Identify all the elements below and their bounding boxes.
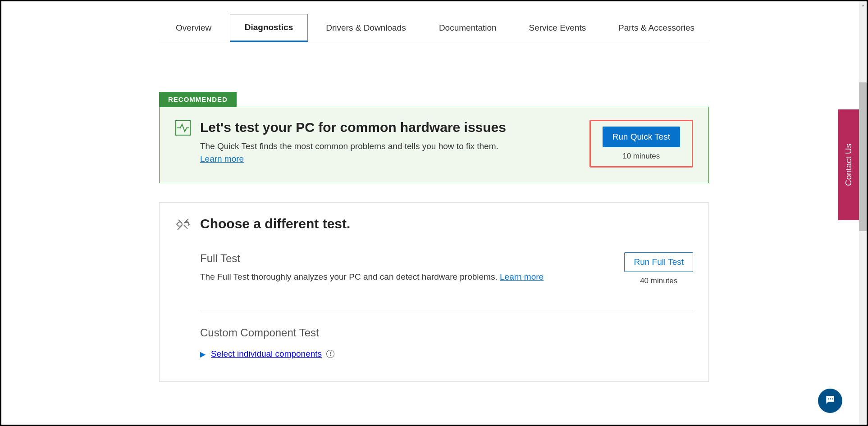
recommended-title: Let's test your PC for common hardware i…	[200, 120, 589, 135]
full-test-name: Full Test	[200, 252, 606, 265]
custom-test-row: Custom Component Test ▶ Select individua…	[200, 326, 693, 359]
select-components-row: ▶ Select individual components !	[200, 349, 693, 359]
tab-overview[interactable]: Overview	[161, 14, 226, 42]
recommended-description: The Quick Test finds the most common pro…	[200, 141, 589, 151]
content-area: RECOMMENDED Let's test your PC for commo…	[159, 42, 709, 382]
recommended-body: Let's test your PC for common hardware i…	[200, 120, 589, 164]
alternate-title: Choose a different test.	[200, 216, 350, 231]
activity-icon	[175, 120, 191, 138]
tab-parts-accessories[interactable]: Parts & Accessories	[604, 14, 709, 42]
tab-diagnostics[interactable]: Diagnostics	[230, 14, 308, 42]
full-test-description: The Full Test thoroughly analyzes your P…	[200, 272, 606, 282]
alternate-tests-card: Choose a different test. Full Test The F…	[159, 202, 709, 382]
svg-line-2	[184, 225, 187, 229]
recommended-badge: RECOMMENDED	[159, 92, 237, 107]
full-test-info: Full Test The Full Test thoroughly analy…	[200, 252, 606, 282]
tab-service-events[interactable]: Service Events	[515, 14, 601, 42]
tab-drivers-downloads[interactable]: Drivers & Downloads	[311, 14, 420, 42]
tools-icon	[175, 216, 191, 234]
svg-point-4	[830, 399, 831, 400]
custom-test-name: Custom Component Test	[200, 326, 693, 339]
svg-point-5	[832, 399, 833, 400]
page-container: Overview Diagnostics Drivers & Downloads…	[105, 1, 763, 382]
caret-right-icon: ▶	[200, 350, 206, 358]
contact-us-tab[interactable]: Contact Us	[838, 109, 859, 220]
alternate-body: Full Test The Full Test thoroughly analy…	[200, 234, 693, 359]
alternate-header: Choose a different test.	[175, 216, 693, 234]
tabs-nav: Overview Diagnostics Drivers & Downloads…	[159, 1, 709, 42]
select-components-link[interactable]: Select individual components	[211, 349, 322, 359]
svg-line-1	[178, 220, 182, 223]
full-test-duration: 40 minutes	[624, 276, 693, 286]
run-quick-test-button[interactable]: Run Quick Test	[603, 127, 680, 147]
full-test-learn-more-link[interactable]: Learn more	[500, 272, 544, 281]
quick-test-duration: 10 minutes	[603, 152, 680, 161]
tab-documentation[interactable]: Documentation	[425, 14, 511, 42]
info-icon[interactable]: !	[326, 350, 334, 358]
run-quick-test-container: Run Quick Test 10 minutes	[589, 120, 693, 168]
full-test-action: Run Full Test 40 minutes	[624, 252, 693, 286]
recommended-block: RECOMMENDED Let's test your PC for commo…	[159, 92, 709, 183]
chat-icon	[824, 394, 836, 408]
recommended-card: Let's test your PC for common hardware i…	[159, 107, 709, 183]
divider	[200, 310, 693, 310]
scrollbar-arrow-up-icon[interactable]: ▴	[859, 1, 867, 9]
scrollbar-thumb[interactable]	[859, 82, 867, 231]
run-full-test-button[interactable]: Run Full Test	[624, 252, 693, 272]
full-test-row: Full Test The Full Test thoroughly analy…	[200, 252, 693, 296]
quick-test-learn-more-link[interactable]: Learn more	[200, 154, 244, 163]
chat-button[interactable]	[818, 389, 842, 413]
svg-point-3	[828, 399, 829, 400]
